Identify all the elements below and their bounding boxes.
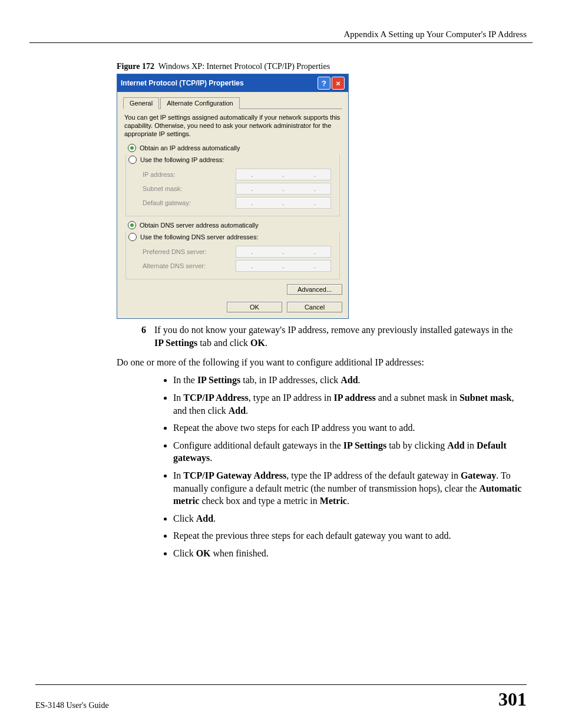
tab-alternate-configuration[interactable]: Alternate Configuration (160, 97, 240, 109)
radio-use-following-dns[interactable]: Use the following DNS server addresses: (128, 233, 262, 241)
tcpip-properties-dialog: Internet Protocol (TCP/IP) Properties ? … (117, 74, 349, 319)
radio-label: Use the following DNS server addresses: (140, 233, 259, 241)
field-default-gateway: Default gateway: ... (143, 197, 331, 209)
list-item: Repeat the previous three steps for each… (173, 529, 527, 542)
subnet-mask-input[interactable]: ... (236, 183, 331, 195)
field-preferred-dns: Preferred DNS server: ... (143, 246, 331, 258)
dialog-title: Internet Protocol (TCP/IP) Properties (121, 79, 318, 87)
radio-icon (128, 233, 137, 241)
header-rule (29, 42, 533, 43)
figure-caption: Figure 172 Windows XP: Internet Protocol… (117, 62, 527, 71)
bullet-list: In the IP Settings tab, in IP addresses,… (159, 374, 527, 559)
radio-label: Obtain DNS server address automatically (140, 222, 259, 229)
ip-address-input[interactable]: ... (236, 169, 331, 180)
field-subnet-mask: Subnet mask: ... (143, 183, 331, 195)
dialog-tabs: General Alternate Configuration (123, 97, 342, 109)
field-label: Alternate DNS server: (143, 262, 206, 269)
radio-obtain-dns-auto[interactable]: Obtain DNS server address automatically (128, 221, 342, 229)
field-label: Preferred DNS server: (143, 248, 207, 255)
default-gateway-input[interactable]: ... (236, 197, 331, 209)
radio-obtain-ip-auto[interactable]: Obtain an IP address automatically (128, 144, 342, 152)
field-alternate-dns: Alternate DNS server: ... (143, 260, 331, 272)
step-text: If you do not know your gateway's IP add… (154, 324, 520, 349)
list-item: Click Add. (173, 512, 527, 525)
radio-icon (128, 221, 136, 229)
list-item: Repeat the above two steps for each IP a… (173, 421, 527, 434)
field-label: Subnet mask: (143, 185, 182, 192)
ip-manual-group: Use the following IP address: IP address… (125, 154, 340, 216)
tab-general[interactable]: General (123, 97, 159, 109)
field-label: Default gateway: (143, 199, 191, 206)
help-icon[interactable]: ? (318, 77, 330, 90)
footer-guide: ES-3148 User's Guide (35, 701, 109, 710)
page-footer: ES-3148 User's Guide 301 (35, 684, 527, 710)
list-item: In the IP Settings tab, in IP addresses,… (173, 374, 527, 387)
radio-use-following-ip[interactable]: Use the following IP address: (128, 156, 227, 164)
alternate-dns-input[interactable]: ... (236, 260, 331, 272)
figure-title: Windows XP: Internet Protocol (TCP/IP) P… (158, 62, 330, 71)
page-number: 301 (498, 689, 527, 710)
list-item: In TCP/IP Address, type an IP address in… (173, 391, 527, 417)
radio-icon (128, 144, 136, 152)
cancel-button[interactable]: Cancel (287, 302, 342, 312)
advanced-button[interactable]: Advanced... (287, 284, 342, 295)
figure-label: Figure 172 (117, 62, 154, 71)
radio-icon (128, 156, 137, 164)
list-item: Click OK when finished. (173, 547, 527, 560)
step-6: 6 If you do not know your gateway's IP a… (130, 324, 527, 349)
step-number: 6 (130, 324, 146, 349)
list-item: In TCP/IP Gateway Address, type the IP a… (173, 469, 527, 508)
ok-button[interactable]: OK (227, 302, 282, 312)
dns-manual-group: Use the following DNS server addresses: … (125, 232, 340, 279)
dialog-titlebar: Internet Protocol (TCP/IP) Properties ? … (117, 74, 348, 92)
body-paragraph: Do one or more of the following if you w… (117, 357, 517, 368)
field-ip-address: IP address: ... (143, 169, 331, 180)
close-icon[interactable]: × (332, 77, 345, 90)
radio-label: Obtain an IP address automatically (140, 144, 240, 151)
field-label: IP address: (143, 171, 175, 178)
radio-label: Use the following IP address: (140, 156, 224, 163)
dialog-explanation: You can get IP settings assigned automat… (124, 114, 341, 138)
preferred-dns-input[interactable]: ... (236, 246, 331, 258)
list-item: Configure additional default gateways in… (173, 439, 527, 465)
page-header: Appendix A Setting up Your Computer's IP… (343, 29, 527, 39)
